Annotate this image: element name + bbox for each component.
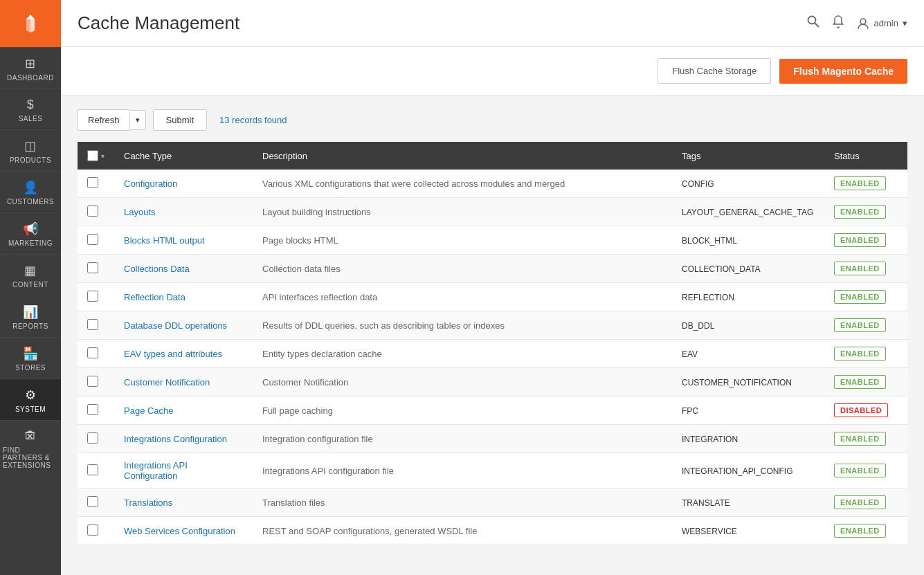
row-tags: COLLECTION_DATA [672,255,824,283]
row-tags: WEBSERVICE [672,517,824,545]
row-checkbox[interactable] [87,262,98,273]
row-cache-type: Web Services Configuration [114,517,253,545]
row-checkbox-cell[interactable] [78,311,114,340]
sidebar-item-sales[interactable]: $ SALES [0,89,61,129]
submit-button[interactable]: Submit [153,109,207,131]
partners-icon: 🏚 [24,429,37,444]
row-status: ENABLED [824,170,907,198]
flush-cache-storage-button[interactable]: Flush Cache Storage [658,58,771,84]
search-button[interactable] [806,15,820,32]
cache-type-link[interactable]: Translations [124,498,172,508]
sidebar-item-content[interactable]: ▦ CONTENT [0,254,61,295]
row-cache-type: Reflection Data [114,283,253,311]
magento-logo[interactable] [0,0,61,47]
cache-type-link[interactable]: Blocks HTML output [124,235,205,246]
row-status: ENABLED [824,226,907,255]
sidebar-item-find-partners[interactable]: 🏚 FIND PARTNERS & EXTENSIONS [0,420,61,476]
row-status: ENABLED [824,517,907,545]
cache-type-link[interactable]: Collections Data [124,264,190,274]
row-checkbox[interactable] [87,496,98,507]
cache-type-link[interactable]: Customer Notification [124,377,210,387]
user-menu[interactable]: admin ▾ [856,17,907,30]
refresh-button[interactable]: Refresh [78,109,129,131]
description-text: Integrations API configuration file [262,466,394,476]
row-cache-type: Customer Notification [114,368,253,396]
table-row: Configuration Various XML configurations… [78,170,907,198]
cache-type-link[interactable]: Page Cache [124,405,174,416]
row-checkbox[interactable] [87,404,98,415]
row-checkbox-cell[interactable] [78,226,114,255]
row-cache-type: Collections Data [114,255,253,283]
row-checkbox-cell[interactable] [78,340,114,368]
cache-type-link[interactable]: Configuration [124,179,177,189]
row-cache-type: Database DDL operations [114,311,253,340]
row-cache-type: Integrations Configuration [114,425,253,453]
cache-type-link[interactable]: Integrations API Configuration [124,460,188,481]
description-text: Page blocks HTML [262,235,338,246]
row-checkbox[interactable] [87,376,98,387]
svg-point-4 [808,17,815,24]
row-checkbox-cell[interactable] [78,170,114,198]
row-checkbox-cell[interactable] [78,453,114,489]
description-text: Entity types declaration cache [262,349,382,359]
tag-text: TRANSLATE [682,498,730,508]
table-row: Database DDL operations Results of DDL q… [78,311,907,340]
sidebar-item-marketing[interactable]: 📢 MARKETING [0,212,61,254]
main-content: Cache Management admin ▾ [61,0,924,575]
tag-text: FPC [682,406,698,416]
row-checkbox[interactable] [87,291,98,302]
table-row: Integrations API Configuration Integrati… [78,453,907,489]
sidebar-item-label: STORES [15,364,46,372]
row-description: Page blocks HTML [253,226,672,255]
sidebar-item-products[interactable]: ◫ PRODUCTS [0,129,61,171]
sidebar-item-stores[interactable]: 🏪 STORES [0,337,61,378]
row-status: DISABLED [824,396,907,425]
row-checkbox[interactable] [87,524,98,536]
table-row: Reflection Data API interfaces reflectio… [78,283,907,311]
user-label: admin [874,18,898,28]
row-cache-type: Integrations API Configuration [114,453,253,489]
row-checkbox-cell[interactable] [78,368,114,396]
table-row: Translations Translation files TRANSLATE… [78,489,907,517]
status-badge: ENABLED [834,290,886,304]
notifications-button[interactable] [831,15,845,32]
row-checkbox-cell[interactable] [78,517,114,545]
row-checkbox[interactable] [87,177,98,188]
row-checkbox[interactable] [87,206,98,217]
select-dropdown-icon[interactable]: ▾ [101,152,105,160]
select-all-checkbox[interactable] [87,150,98,161]
toolbar: Refresh ▾ Submit 13 records found [78,109,907,131]
cache-type-link[interactable]: Layouts [124,207,156,217]
row-status: ENABLED [824,425,907,453]
row-checkbox-cell[interactable] [78,255,114,283]
row-checkbox[interactable] [87,234,98,245]
row-checkbox[interactable] [87,319,98,330]
row-status: ENABLED [824,198,907,226]
sidebar-item-dashboard[interactable]: ⊞ DASHBOARD [0,47,61,89]
tag-text: EAV [682,349,698,359]
refresh-dropdown-button[interactable]: ▾ [129,110,146,130]
flush-magento-cache-button[interactable]: Flush Magento Cache [779,59,907,84]
status-badge: ENABLED [834,233,886,247]
cache-type-link[interactable]: Database DDL operations [124,320,227,331]
row-checkbox-cell[interactable] [78,396,114,425]
sidebar-item-customers[interactable]: 👤 CUSTOMERS [0,171,61,212]
row-checkbox-cell[interactable] [78,198,114,226]
cache-type-link[interactable]: EAV types and attributes [124,349,222,359]
row-cache-type: Page Cache [114,396,253,425]
row-checkbox-cell[interactable] [78,489,114,517]
cache-type-link[interactable]: Reflection Data [124,292,185,302]
row-checkbox-cell[interactable] [78,425,114,453]
row-checkbox[interactable] [87,432,98,444]
row-checkbox[interactable] [87,464,98,475]
sidebar-item-reports[interactable]: 📊 REPORTS [0,295,61,337]
status-badge: ENABLED [834,464,886,477]
row-description: Full page caching [253,396,672,425]
row-checkbox-cell[interactable] [78,283,114,311]
cache-type-link[interactable]: Web Services Configuration [124,526,235,536]
cache-type-link[interactable]: Integrations Configuration [124,434,227,444]
sidebar-item-system[interactable]: ⚙ SYSTEM [0,378,61,420]
row-checkbox[interactable] [87,347,98,358]
row-tags: CUSTOMER_NOTIFICATION [672,368,824,396]
sidebar-item-label: PRODUCTS [10,156,51,164]
